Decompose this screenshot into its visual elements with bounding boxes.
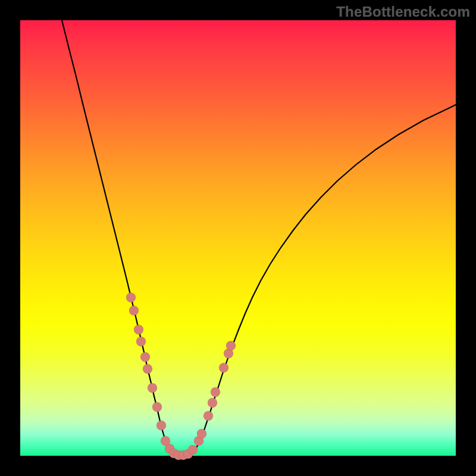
chart-frame: TheBottleneck.com	[0, 0, 476, 476]
highlight-dot	[140, 352, 150, 362]
highlight-dot	[143, 364, 152, 374]
highlight-dot	[156, 421, 166, 430]
highlight-dot	[148, 383, 157, 393]
highlight-dot	[129, 306, 139, 315]
watermark-text: TheBottleneck.com	[336, 4, 470, 20]
highlight-dot	[219, 363, 228, 372]
chart-svg	[20, 20, 456, 456]
highlight-dot	[134, 325, 143, 334]
highlight-dot	[136, 337, 146, 346]
highlight-dot	[188, 445, 198, 455]
bottleneck-curve	[62, 20, 456, 456]
highlight-dot	[126, 293, 136, 302]
highlight-dot	[152, 402, 162, 412]
highlight-dot	[197, 429, 206, 439]
plot-gradient-background	[20, 20, 456, 456]
highlight-dot	[211, 387, 220, 397]
highlight-dot	[226, 341, 236, 350]
highlight-dot	[208, 398, 217, 408]
highlight-dots-group	[126, 293, 236, 460]
highlight-dot	[203, 411, 213, 421]
